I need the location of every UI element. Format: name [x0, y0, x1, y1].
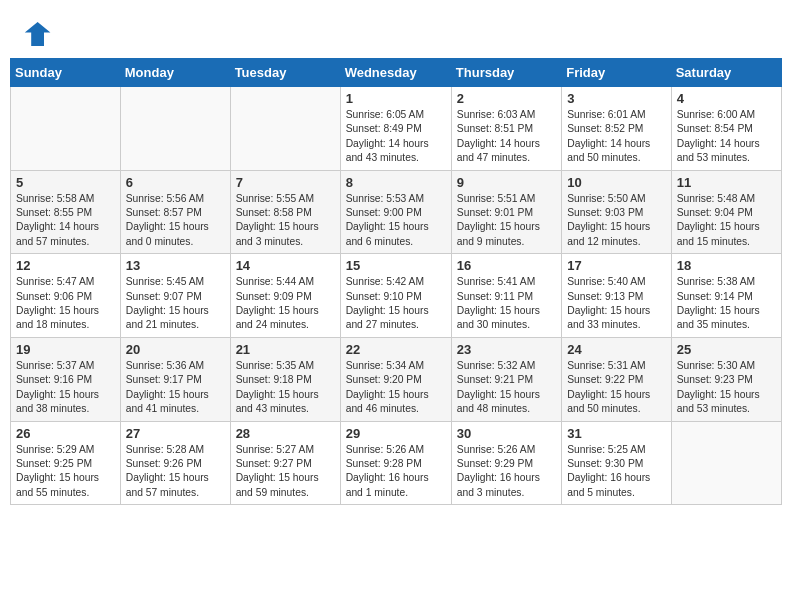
- day-number: 4: [677, 91, 776, 106]
- day-number: 30: [457, 426, 556, 441]
- calendar-cell: 2Sunrise: 6:03 AMSunset: 8:51 PMDaylight…: [451, 87, 561, 171]
- day-number: 23: [457, 342, 556, 357]
- day-number: 3: [567, 91, 665, 106]
- week-row-1: 1Sunrise: 6:05 AMSunset: 8:49 PMDaylight…: [11, 87, 782, 171]
- day-info: Sunrise: 5:34 AMSunset: 9:20 PMDaylight:…: [346, 359, 446, 417]
- calendar-cell: 21Sunrise: 5:35 AMSunset: 9:18 PMDayligh…: [230, 337, 340, 421]
- day-info: Sunrise: 5:42 AMSunset: 9:10 PMDaylight:…: [346, 275, 446, 333]
- day-info: Sunrise: 5:26 AMSunset: 9:28 PMDaylight:…: [346, 443, 446, 501]
- day-info: Sunrise: 5:32 AMSunset: 9:21 PMDaylight:…: [457, 359, 556, 417]
- calendar-cell: 29Sunrise: 5:26 AMSunset: 9:28 PMDayligh…: [340, 421, 451, 505]
- calendar-cell: 7Sunrise: 5:55 AMSunset: 8:58 PMDaylight…: [230, 170, 340, 254]
- day-number: 19: [16, 342, 115, 357]
- calendar-cell: [671, 421, 781, 505]
- day-number: 2: [457, 91, 556, 106]
- calendar-cell: 12Sunrise: 5:47 AMSunset: 9:06 PMDayligh…: [11, 254, 121, 338]
- day-number: 14: [236, 258, 335, 273]
- svg-marker-0: [25, 22, 51, 46]
- day-info: Sunrise: 5:56 AMSunset: 8:57 PMDaylight:…: [126, 192, 225, 250]
- day-number: 6: [126, 175, 225, 190]
- calendar-cell: 16Sunrise: 5:41 AMSunset: 9:11 PMDayligh…: [451, 254, 561, 338]
- day-info: Sunrise: 5:58 AMSunset: 8:55 PMDaylight:…: [16, 192, 115, 250]
- day-number: 18: [677, 258, 776, 273]
- day-number: 25: [677, 342, 776, 357]
- day-info: Sunrise: 6:05 AMSunset: 8:49 PMDaylight:…: [346, 108, 446, 166]
- calendar-cell: [120, 87, 230, 171]
- day-info: Sunrise: 5:30 AMSunset: 9:23 PMDaylight:…: [677, 359, 776, 417]
- calendar-cell: 20Sunrise: 5:36 AMSunset: 9:17 PMDayligh…: [120, 337, 230, 421]
- day-number: 17: [567, 258, 665, 273]
- day-number: 15: [346, 258, 446, 273]
- calendar-cell: 31Sunrise: 5:25 AMSunset: 9:30 PMDayligh…: [562, 421, 671, 505]
- calendar-cell: 1Sunrise: 6:05 AMSunset: 8:49 PMDaylight…: [340, 87, 451, 171]
- day-info: Sunrise: 5:47 AMSunset: 9:06 PMDaylight:…: [16, 275, 115, 333]
- calendar-cell: [11, 87, 121, 171]
- day-number: 7: [236, 175, 335, 190]
- day-info: Sunrise: 5:40 AMSunset: 9:13 PMDaylight:…: [567, 275, 665, 333]
- week-row-2: 5Sunrise: 5:58 AMSunset: 8:55 PMDaylight…: [11, 170, 782, 254]
- day-number: 12: [16, 258, 115, 273]
- day-info: Sunrise: 5:55 AMSunset: 8:58 PMDaylight:…: [236, 192, 335, 250]
- calendar-cell: 5Sunrise: 5:58 AMSunset: 8:55 PMDaylight…: [11, 170, 121, 254]
- calendar-cell: 22Sunrise: 5:34 AMSunset: 9:20 PMDayligh…: [340, 337, 451, 421]
- logo: [20, 18, 54, 50]
- logo-icon: [20, 18, 52, 50]
- day-info: Sunrise: 6:01 AMSunset: 8:52 PMDaylight:…: [567, 108, 665, 166]
- day-number: 16: [457, 258, 556, 273]
- day-info: Sunrise: 5:25 AMSunset: 9:30 PMDaylight:…: [567, 443, 665, 501]
- day-info: Sunrise: 6:03 AMSunset: 8:51 PMDaylight:…: [457, 108, 556, 166]
- week-row-4: 19Sunrise: 5:37 AMSunset: 9:16 PMDayligh…: [11, 337, 782, 421]
- calendar-cell: 10Sunrise: 5:50 AMSunset: 9:03 PMDayligh…: [562, 170, 671, 254]
- day-number: 21: [236, 342, 335, 357]
- day-number: 1: [346, 91, 446, 106]
- day-info: Sunrise: 5:29 AMSunset: 9:25 PMDaylight:…: [16, 443, 115, 501]
- day-number: 5: [16, 175, 115, 190]
- day-number: 22: [346, 342, 446, 357]
- day-info: Sunrise: 5:35 AMSunset: 9:18 PMDaylight:…: [236, 359, 335, 417]
- header-cell-monday: Monday: [120, 59, 230, 87]
- day-info: Sunrise: 5:37 AMSunset: 9:16 PMDaylight:…: [16, 359, 115, 417]
- day-number: 31: [567, 426, 665, 441]
- day-number: 27: [126, 426, 225, 441]
- calendar-cell: 23Sunrise: 5:32 AMSunset: 9:21 PMDayligh…: [451, 337, 561, 421]
- day-number: 26: [16, 426, 115, 441]
- header-cell-saturday: Saturday: [671, 59, 781, 87]
- day-number: 11: [677, 175, 776, 190]
- calendar-cell: 24Sunrise: 5:31 AMSunset: 9:22 PMDayligh…: [562, 337, 671, 421]
- header-cell-tuesday: Tuesday: [230, 59, 340, 87]
- day-info: Sunrise: 5:51 AMSunset: 9:01 PMDaylight:…: [457, 192, 556, 250]
- calendar-table: SundayMondayTuesdayWednesdayThursdayFrid…: [10, 58, 782, 505]
- calendar-cell: 9Sunrise: 5:51 AMSunset: 9:01 PMDaylight…: [451, 170, 561, 254]
- header-cell-thursday: Thursday: [451, 59, 561, 87]
- header-cell-friday: Friday: [562, 59, 671, 87]
- day-number: 24: [567, 342, 665, 357]
- calendar-cell: 26Sunrise: 5:29 AMSunset: 9:25 PMDayligh…: [11, 421, 121, 505]
- calendar-cell: 3Sunrise: 6:01 AMSunset: 8:52 PMDaylight…: [562, 87, 671, 171]
- day-info: Sunrise: 5:27 AMSunset: 9:27 PMDaylight:…: [236, 443, 335, 501]
- calendar-body: 1Sunrise: 6:05 AMSunset: 8:49 PMDaylight…: [11, 87, 782, 505]
- day-info: Sunrise: 5:36 AMSunset: 9:17 PMDaylight:…: [126, 359, 225, 417]
- day-info: Sunrise: 5:53 AMSunset: 9:00 PMDaylight:…: [346, 192, 446, 250]
- calendar-cell: 13Sunrise: 5:45 AMSunset: 9:07 PMDayligh…: [120, 254, 230, 338]
- calendar-cell: 19Sunrise: 5:37 AMSunset: 9:16 PMDayligh…: [11, 337, 121, 421]
- day-number: 20: [126, 342, 225, 357]
- calendar-cell: 15Sunrise: 5:42 AMSunset: 9:10 PMDayligh…: [340, 254, 451, 338]
- calendar-header: SundayMondayTuesdayWednesdayThursdayFrid…: [11, 59, 782, 87]
- day-info: Sunrise: 5:38 AMSunset: 9:14 PMDaylight:…: [677, 275, 776, 333]
- day-info: Sunrise: 5:48 AMSunset: 9:04 PMDaylight:…: [677, 192, 776, 250]
- day-info: Sunrise: 5:26 AMSunset: 9:29 PMDaylight:…: [457, 443, 556, 501]
- week-row-5: 26Sunrise: 5:29 AMSunset: 9:25 PMDayligh…: [11, 421, 782, 505]
- day-info: Sunrise: 5:44 AMSunset: 9:09 PMDaylight:…: [236, 275, 335, 333]
- calendar-cell: 8Sunrise: 5:53 AMSunset: 9:00 PMDaylight…: [340, 170, 451, 254]
- header-cell-sunday: Sunday: [11, 59, 121, 87]
- page-header: [10, 10, 782, 54]
- calendar-cell: 18Sunrise: 5:38 AMSunset: 9:14 PMDayligh…: [671, 254, 781, 338]
- header-row: SundayMondayTuesdayWednesdayThursdayFrid…: [11, 59, 782, 87]
- calendar-cell: 25Sunrise: 5:30 AMSunset: 9:23 PMDayligh…: [671, 337, 781, 421]
- calendar-cell: 11Sunrise: 5:48 AMSunset: 9:04 PMDayligh…: [671, 170, 781, 254]
- day-number: 13: [126, 258, 225, 273]
- day-number: 28: [236, 426, 335, 441]
- week-row-3: 12Sunrise: 5:47 AMSunset: 9:06 PMDayligh…: [11, 254, 782, 338]
- day-number: 29: [346, 426, 446, 441]
- calendar-cell: [230, 87, 340, 171]
